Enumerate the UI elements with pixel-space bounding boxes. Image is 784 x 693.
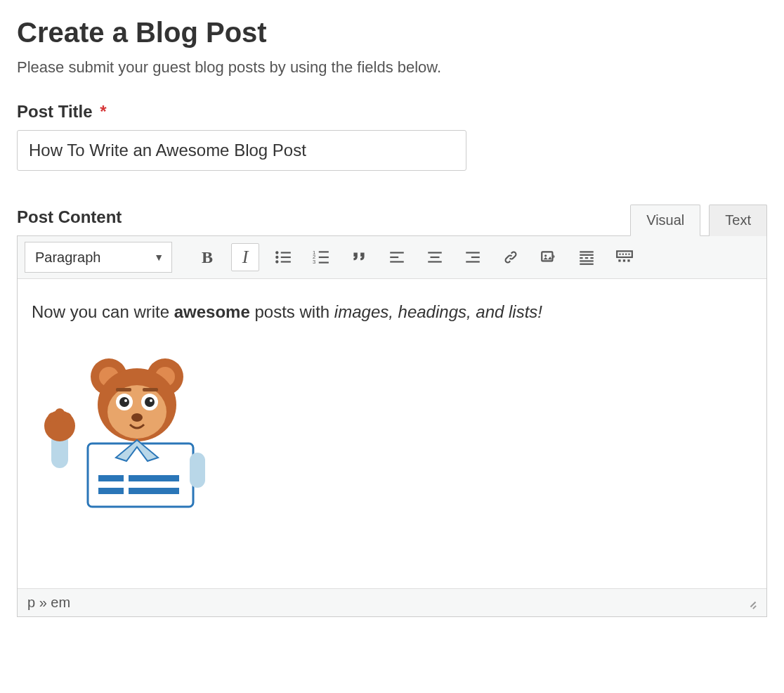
- svg-point-2: [275, 256, 278, 259]
- svg-rect-16: [431, 257, 440, 258]
- svg-rect-7: [319, 251, 329, 252]
- content-text-1: Now you can write: [32, 302, 174, 321]
- read-more-button[interactable]: [573, 243, 601, 271]
- bullet-list-button[interactable]: [269, 243, 297, 271]
- svg-rect-25: [580, 257, 582, 259]
- toolbar-toggle-icon: [615, 248, 634, 266]
- svg-rect-24: [580, 254, 594, 256]
- svg-rect-35: [618, 259, 620, 261]
- svg-rect-63: [98, 488, 124, 494]
- post-content-label: Post Content: [17, 207, 122, 227]
- blockquote-button[interactable]: [345, 243, 373, 271]
- editor-container: Paragraph B I 1 2 3: [17, 235, 767, 617]
- svg-point-22: [544, 254, 547, 257]
- svg-rect-29: [580, 264, 594, 265]
- svg-point-46: [119, 397, 129, 407]
- bold-icon: B: [202, 248, 213, 267]
- link-icon: [502, 248, 520, 266]
- svg-rect-19: [471, 257, 480, 258]
- svg-rect-13: [390, 257, 398, 258]
- svg-rect-9: [319, 257, 329, 258]
- svg-rect-14: [390, 261, 404, 262]
- svg-rect-17: [428, 261, 442, 262]
- svg-point-52: [131, 413, 143, 422]
- svg-rect-21: [542, 252, 552, 261]
- svg-rect-1: [281, 252, 291, 253]
- svg-rect-28: [580, 260, 594, 261]
- media-icon: [540, 248, 558, 266]
- page-heading: Create a Blog Post: [17, 17, 767, 48]
- toolbar-toggle-button[interactable]: [610, 243, 639, 271]
- svg-rect-5: [281, 261, 291, 262]
- svg-rect-23: [580, 251, 594, 252]
- align-right-icon: [464, 248, 482, 266]
- editor-status-bar: p » em: [18, 588, 766, 616]
- link-button[interactable]: [497, 243, 525, 271]
- post-title-label-text: Post Title: [17, 102, 93, 121]
- align-center-icon: [426, 248, 444, 266]
- svg-rect-18: [466, 252, 480, 253]
- svg-rect-20: [466, 261, 480, 262]
- svg-point-57: [62, 413, 72, 422]
- svg-rect-62: [129, 475, 179, 481]
- post-title-label: Post Title *: [17, 102, 767, 122]
- insert-media-button[interactable]: [535, 243, 563, 271]
- bold-button[interactable]: B: [193, 243, 221, 271]
- svg-rect-12: [390, 252, 404, 253]
- read-more-icon: [577, 248, 596, 266]
- italic-button[interactable]: I: [231, 243, 259, 271]
- blockquote-icon: [350, 248, 368, 266]
- numbered-list-button[interactable]: 1 2 3: [307, 243, 335, 271]
- svg-rect-3: [281, 257, 291, 258]
- mascot-image: [32, 342, 228, 510]
- svg-rect-64: [129, 488, 179, 494]
- svg-rect-26: [585, 257, 588, 259]
- svg-rect-32: [622, 254, 624, 255]
- svg-rect-36: [623, 259, 625, 261]
- svg-rect-34: [628, 254, 629, 255]
- svg-rect-37: [627, 259, 629, 261]
- svg-point-49: [150, 399, 152, 402]
- editor-content-area[interactable]: Now you can write awesome posts with ima…: [18, 279, 766, 588]
- svg-point-0: [275, 251, 278, 254]
- svg-rect-50: [116, 388, 131, 391]
- svg-rect-61: [98, 475, 124, 481]
- content-text-2: posts with: [250, 302, 334, 321]
- italic-icon: I: [242, 247, 249, 268]
- svg-point-48: [124, 399, 127, 402]
- tab-text[interactable]: Text: [709, 205, 767, 236]
- svg-rect-11: [319, 262, 329, 264]
- svg-rect-33: [625, 254, 627, 255]
- required-indicator: *: [100, 102, 106, 121]
- svg-text:3: 3: [313, 259, 315, 265]
- svg-rect-31: [619, 254, 620, 255]
- align-center-button[interactable]: [421, 243, 449, 271]
- svg-point-43: [107, 385, 166, 439]
- post-title-input[interactable]: [17, 130, 466, 171]
- format-select-wrap[interactable]: Paragraph: [25, 242, 172, 273]
- svg-rect-60: [190, 453, 205, 488]
- svg-point-4: [275, 260, 278, 263]
- svg-rect-27: [590, 257, 593, 259]
- editor-paragraph: Now you can write awesome posts with ima…: [32, 300, 752, 325]
- svg-rect-51: [143, 388, 158, 391]
- svg-point-47: [145, 397, 155, 407]
- align-left-icon: [388, 248, 406, 266]
- editor-toolbar: Paragraph B I 1 2 3: [18, 236, 766, 279]
- bullet-list-icon: [274, 248, 292, 266]
- align-left-button[interactable]: [383, 243, 411, 271]
- editor-tabs: Visual Text: [630, 205, 767, 236]
- resize-handle[interactable]: [747, 598, 757, 608]
- svg-rect-15: [428, 252, 442, 253]
- tab-visual[interactable]: Visual: [630, 205, 700, 236]
- content-italic: images, headings, and lists!: [334, 302, 542, 321]
- align-right-button[interactable]: [459, 243, 487, 271]
- page-intro: Please submit your guest blog posts by u…: [17, 58, 767, 77]
- content-bold: awesome: [174, 302, 250, 321]
- format-select[interactable]: Paragraph: [25, 242, 172, 273]
- element-path: p » em: [27, 595, 70, 611]
- numbered-list-icon: 1 2 3: [312, 248, 330, 266]
